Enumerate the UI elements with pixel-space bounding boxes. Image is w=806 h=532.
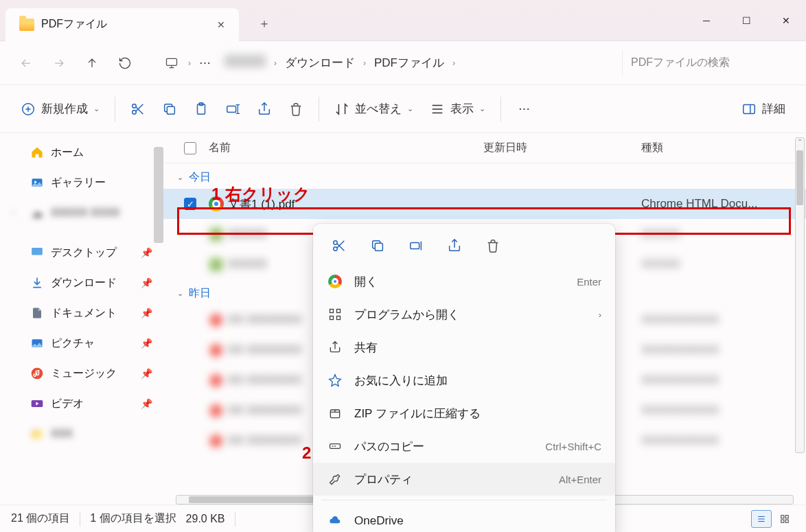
sidebar-item-videos[interactable]: ビデオ 📌 bbox=[0, 389, 163, 419]
sidebar-item-label: ドキュメント bbox=[51, 306, 117, 321]
sidebar-item-desktop[interactable]: デスクトップ 📌 bbox=[0, 238, 163, 268]
pin-icon[interactable]: 📌 bbox=[141, 277, 152, 288]
ctx-share[interactable]: 共有 bbox=[313, 331, 615, 364]
sidebar-item-music[interactable]: ミュージック 📌 bbox=[0, 358, 163, 389]
folder-icon: 📁 bbox=[30, 427, 44, 441]
ctx-shortcut: Alt+Enter bbox=[559, 474, 601, 485]
pin-icon[interactable]: 📌 bbox=[141, 308, 152, 319]
sidebar-item-label: ミュージック bbox=[51, 367, 117, 381]
ctx-item-label: 共有 bbox=[354, 340, 378, 356]
ctx-onedrive[interactable]: OneDrive bbox=[313, 505, 615, 532]
sidebar-item-label: ダウンロード bbox=[51, 276, 117, 290]
chevron-right-icon[interactable]: › bbox=[188, 58, 191, 68]
ctx-open-with[interactable]: プログラムから開く › bbox=[313, 298, 615, 331]
pin-icon[interactable]: 📌 bbox=[141, 368, 152, 379]
sidebar-item-downloads[interactable]: ダウンロード 📌 bbox=[0, 268, 163, 298]
breadcrumb-user-blurred[interactable] bbox=[219, 52, 271, 73]
back-button[interactable] bbox=[12, 49, 40, 77]
sidebar-item-label: ピクチャ bbox=[51, 336, 95, 351]
ctx-open[interactable]: 開く Enter bbox=[313, 265, 615, 298]
pc-icon[interactable] bbox=[158, 49, 185, 77]
breadcrumb-downloads[interactable]: ダウンロード bbox=[279, 52, 360, 73]
sidebar-item-blurred[interactable]: 📁 XXX bbox=[0, 419, 163, 449]
select-all-checkbox[interactable] bbox=[184, 142, 196, 154]
group-header-today[interactable]: ⌄ 今日 bbox=[163, 163, 806, 189]
maximize-button[interactable]: ☐ bbox=[726, 7, 766, 34]
ctx-properties[interactable]: プロパティ Alt+Enter bbox=[313, 463, 615, 496]
minimize-button[interactable]: ─ bbox=[687, 7, 726, 34]
details-view-button[interactable] bbox=[751, 510, 772, 528]
search-input[interactable]: PDFファイルの検索 bbox=[622, 50, 794, 76]
new-button[interactable]: 新規作成 ⌄ bbox=[14, 95, 106, 123]
ctx-zip[interactable]: ZIP ファイルに圧縮する bbox=[313, 397, 615, 430]
apps-icon bbox=[327, 308, 343, 321]
close-button[interactable]: ✕ bbox=[766, 7, 806, 34]
breadcrumb-overflow[interactable]: ⋯ bbox=[194, 53, 216, 73]
cut-button[interactable] bbox=[124, 95, 152, 123]
thumbnails-view-button[interactable] bbox=[774, 510, 795, 528]
ctx-delete-button[interactable] bbox=[481, 233, 505, 258]
up-button[interactable] bbox=[78, 49, 106, 77]
file-row-selected[interactable]: ✓ 文書1 (1).pdf Chrome HTML Docu... bbox=[163, 189, 806, 219]
ctx-copy-path[interactable]: パスのコピー Ctrl+Shift+C bbox=[313, 430, 615, 463]
details-button-label: 詳細 bbox=[762, 101, 785, 117]
ctx-favorite[interactable]: お気に入りに追加 bbox=[313, 364, 615, 397]
chevron-right-icon[interactable]: › bbox=[363, 58, 366, 68]
download-icon bbox=[30, 276, 44, 290]
ctx-item-label: プロパティ bbox=[354, 472, 413, 487]
sidebar-item-documents[interactable]: ドキュメント 📌 bbox=[0, 298, 163, 328]
chevron-right-icon[interactable]: › bbox=[12, 208, 15, 218]
more-button[interactable]: ⋯ bbox=[509, 95, 538, 123]
sidebar-item-gallery[interactable]: ギャラリー bbox=[0, 167, 163, 198]
vertical-scrollbar[interactable]: ⌃ bbox=[795, 137, 805, 453]
archive-icon bbox=[327, 406, 343, 420]
desktop-icon bbox=[30, 246, 44, 259]
tab-close-button[interactable]: ✕ bbox=[214, 16, 228, 33]
pin-icon[interactable]: 📌 bbox=[141, 398, 152, 409]
column-date[interactable]: 更新日時 bbox=[483, 141, 641, 155]
pin-icon[interactable]: 📌 bbox=[141, 338, 152, 349]
refresh-button[interactable] bbox=[111, 49, 139, 77]
new-tab-button[interactable]: ＋ bbox=[253, 10, 276, 37]
sort-button[interactable]: 並べ替え ⌄ bbox=[327, 95, 420, 123]
column-type[interactable]: 種類 bbox=[641, 141, 779, 155]
view-button[interactable]: 表示 ⌄ bbox=[423, 95, 492, 123]
sidebar-item-pictures[interactable]: ピクチャ 📌 bbox=[0, 328, 163, 358]
path-icon bbox=[327, 439, 343, 453]
navigation-pane: ホーム ギャラリー › ☁ XXXXX XXXX デスクトップ 📌 ダウンロード… bbox=[0, 133, 163, 505]
rename-button[interactable] bbox=[218, 95, 247, 123]
cloud-icon: ☁ bbox=[30, 206, 44, 220]
sidebar-item-home[interactable]: ホーム bbox=[0, 137, 163, 167]
forward-button[interactable] bbox=[45, 49, 73, 77]
chevron-down-icon: ⌄ bbox=[177, 173, 183, 182]
delete-button[interactable] bbox=[281, 95, 310, 123]
pin-icon[interactable]: 📌 bbox=[141, 247, 152, 258]
svg-rect-12 bbox=[32, 248, 43, 255]
ctx-cut-button[interactable] bbox=[327, 233, 352, 258]
column-headers[interactable]: 名前 更新日時 種類 bbox=[163, 133, 806, 163]
sidebar-item-label: ビデオ bbox=[51, 397, 84, 411]
breadcrumb-current[interactable]: PDFファイル bbox=[369, 52, 450, 73]
svg-rect-8 bbox=[744, 104, 755, 113]
active-tab[interactable]: PDFファイル ✕ bbox=[5, 8, 239, 41]
sidebar-item-onedrive-blurred[interactable]: › ☁ XXXXX XXXX bbox=[0, 198, 163, 228]
breadcrumb[interactable]: › ⋯ › ダウンロード › PDFファイル › bbox=[151, 49, 611, 77]
chevron-right-icon[interactable]: › bbox=[274, 58, 277, 68]
list-icon bbox=[430, 102, 445, 117]
chevron-right-icon[interactable]: › bbox=[452, 58, 455, 68]
ctx-share-button[interactable] bbox=[442, 233, 467, 258]
plus-circle-icon bbox=[21, 102, 36, 117]
context-menu-quick-actions bbox=[313, 229, 615, 265]
ctx-copy-button[interactable] bbox=[365, 233, 390, 258]
details-button[interactable]: 詳細 bbox=[735, 95, 792, 123]
share-button[interactable] bbox=[250, 95, 279, 123]
svg-rect-25 bbox=[337, 310, 341, 313]
copy-button[interactable] bbox=[155, 95, 184, 123]
row-checkbox[interactable]: ✓ bbox=[184, 198, 196, 210]
column-name[interactable]: 名前 bbox=[209, 141, 483, 155]
tab-title: PDFファイル bbox=[41, 17, 107, 32]
ctx-rename-button[interactable] bbox=[404, 233, 428, 258]
file-type: Chrome HTML Docu... bbox=[641, 197, 779, 211]
chevron-right-icon: › bbox=[599, 310, 601, 320]
paste-button[interactable] bbox=[187, 95, 216, 123]
